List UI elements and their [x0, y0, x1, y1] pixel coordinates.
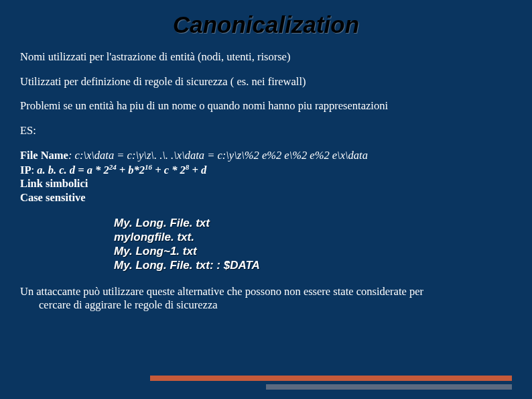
para-problems: Problemi se un entità ha piu di un nome … [20, 99, 512, 113]
file-examples: My. Long. File. txt mylongfile. txt. My.… [114, 216, 512, 273]
file-example-3: My. Long~1. txt [114, 244, 512, 258]
ip-colon: : [31, 164, 38, 176]
para-names: Nomi utilizzati per l'astrazione di enti… [20, 50, 512, 64]
ip-formula: a. b. c. d = a * 224 + b*216 + c * 28 + … [37, 164, 206, 176]
file-example-4: My. Long. File. txt: : $DATA [114, 258, 512, 272]
gray-bar [266, 384, 512, 390]
file-name-value: : c:\x\data = c:\y\z\. .\. .\x\data = c:… [68, 149, 368, 162]
file-example-2: mylongfile. txt. [114, 230, 512, 244]
decorative-bars [150, 376, 512, 390]
technical-block: File Name: c:\x\data = c:\y\z\. .\. .\x\… [20, 149, 512, 205]
slide-title: Canonicalization [0, 0, 532, 38]
closing-line-2: cercare di aggirare le regole di sicurez… [20, 298, 512, 312]
orange-bar [150, 376, 512, 381]
para-es: ES: [20, 124, 512, 138]
closing-paragraph: Un attaccante può utilizzare queste alte… [20, 285, 512, 312]
case-sensitive: Case sensitive [20, 191, 512, 205]
para-rules: Utilizzati per definizione di regole di … [20, 75, 512, 89]
slide-body: Nomi utilizzati per l'astrazione di enti… [0, 38, 532, 312]
closing-line-1: Un attaccante può utilizzare queste alte… [20, 285, 423, 298]
link-simbolici: Link simbolici [20, 177, 512, 191]
file-example-1: My. Long. File. txt [114, 216, 512, 230]
ip-label: IP [20, 164, 31, 176]
file-name-label: File Name [20, 149, 68, 162]
